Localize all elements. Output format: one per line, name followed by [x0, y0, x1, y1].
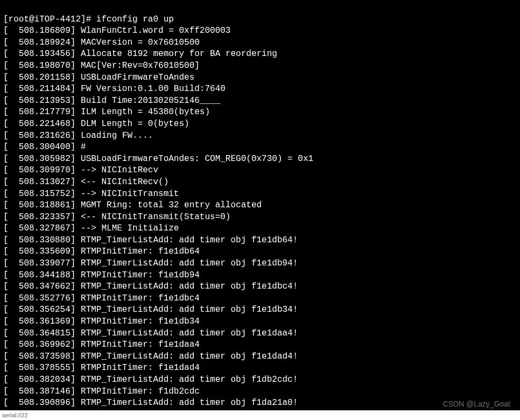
- shell-prompt-line: [root@iTOP-4412]# ifconfig ra0 up: [3, 14, 517, 26]
- shell-prompt: [root@iTOP-4412]#: [3, 15, 91, 24]
- status-bar: serial://22: [0, 410, 520, 420]
- shell-command: ifconfig ra0 up: [96, 15, 174, 24]
- kernel-log-lines: [ 508.186809] WlanFunCtrl.word = 0xff200…: [3, 26, 313, 408]
- connection-label: serial://22: [2, 412, 28, 418]
- terminal-output[interactable]: [root@iTOP-4412]# ifconfig ra0 up[ 508.1…: [0, 0, 520, 410]
